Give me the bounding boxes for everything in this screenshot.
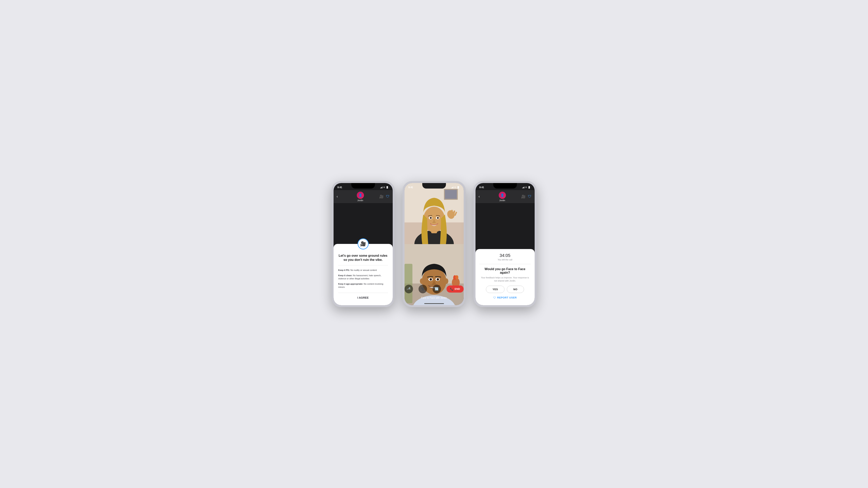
camera-button[interactable]: 🎥 [418,285,427,293]
video-icon-3[interactable]: 🎥 [521,194,526,199]
bar1 [380,188,381,188]
report-shield-icon: 🛡 [493,296,496,299]
end-call-icon: 📞 [450,287,454,291]
rule-2-bold: Keep it clean: [338,274,352,276]
svg-rect-3 [445,190,457,199]
cam-muted-icon: 🎥 [421,287,425,291]
wifi-icon-2: ⊜ [454,186,456,189]
phone-2-inner: 9:41 ⊜ ▐▌ [405,183,464,305]
home-indicator-2 [424,303,444,304]
video-icon-1[interactable]: 🎥 [379,194,384,199]
phone-3: 9:41 ⊜ ▐▌ ‹ 👤 [473,181,537,307]
phone-1-inner: 9:41 ⊜ ▐▌ ‹ 👤 [334,183,393,305]
rule-3: Keep it age-appropriate: No content invo… [338,282,388,289]
video-camera-icon: 🎥 [360,241,366,247]
call-label: Face to Face with Jordin [405,296,464,299]
back-button-3[interactable]: ‹ [479,194,484,199]
left-call-text: You left the call [479,258,531,261]
avatar-1: 👤 [357,192,364,199]
avatar-img-1: 👤 [357,192,364,199]
mic-muted-icon: 🎤 [407,287,411,291]
yes-button[interactable]: YES [486,286,504,293]
nav-bar-1: ‹ 👤 Jordin 🎥 🛡 [334,190,393,203]
end-call-button[interactable]: 📞 END [446,286,463,293]
wifi-icon-1: ⊜ [383,186,385,189]
status-time-2: 9:41 [408,186,413,189]
nav-center-3: 👤 Jordin [499,192,506,201]
status-time-1: 9:41 [338,186,342,189]
call-controls: 🎤 🎥 🔄 📞 END [405,285,464,293]
report-user-button[interactable]: REPORT USER [497,296,517,299]
notch-3 [493,183,517,189]
status-icons-1: ⊜ ▐▌ [380,186,389,189]
no-button[interactable]: NO [507,286,524,293]
bar4 [382,187,382,188]
svg-point-29 [430,278,432,281]
timer-display: 34:05 [479,253,531,258]
mute-button[interactable]: 🎤 [405,285,413,293]
feedback-desc: Your feedback helps us improve. Your res… [479,276,531,283]
bottom-sheet-1: 🎥 Let's go over some ground rules so you… [334,244,393,305]
nav-actions-3: 🎥 🛡 [521,194,531,199]
signal-bars-2 [451,186,454,188]
avatar-3: 👤 [499,192,506,199]
sheet-divider-1 [338,265,388,265]
bar3 [381,187,382,188]
back-button-1[interactable]: ‹ [337,194,341,199]
phone-1: 9:41 ⊜ ▐▌ ‹ 👤 [332,181,395,307]
wifi-icon-3: ⊜ [525,186,527,189]
feedback-buttons: YES NO [479,286,531,293]
svg-point-9 [430,217,432,219]
svg-point-21 [455,275,458,279]
video-bottom [405,244,464,305]
flip-camera-icon: 🔄 [435,287,439,291]
nav-actions-1: 🎥 🛡 [379,194,390,199]
woman-video-svg [405,183,464,244]
flip-button[interactable]: 🔄 [433,285,441,293]
rule-1-text: No nudity or sexual content [350,269,377,271]
agree-button-1[interactable]: I AGREE [338,293,388,299]
end-call-label: END [455,287,460,290]
svg-point-30 [437,278,439,281]
signal-bars-3 [522,186,524,188]
signal-bars-1 [380,186,382,188]
feedback-title: Would you go Face to Face again? [479,267,531,274]
post-call-sheet: 34:05 You left the call Would you go Fac… [475,249,535,305]
status-icons-2: ⊜ ▐▌ [451,186,460,189]
video-call-container: 9:41 ⊜ ▐▌ [405,183,464,305]
notch-1 [351,183,375,189]
rule-1-bold: Keep it PG: [338,269,350,271]
battery-icon-3: ▐▌ [528,186,530,188]
sheet-title-1: Let's go over some ground rules so you d… [338,254,388,262]
rule-3-bold: Keep it age-appropriate: [338,283,363,285]
status-bar-2: 9:41 ⊜ ▐▌ [405,183,464,190]
agree-label-1: I AGREE [358,296,369,299]
shield-icon-3[interactable]: 🛡 [528,194,531,199]
nav-name-1: Jordin [358,199,363,201]
phone-3-inner: 9:41 ⊜ ▐▌ ‹ 👤 [475,183,535,305]
avatar-img-3: 👤 [499,192,506,199]
status-time-3: 9:41 [479,186,484,189]
shield-icon-1[interactable]: 🛡 [386,194,390,199]
bar2 [381,187,381,188]
video-top [405,183,464,244]
phone-2: 9:41 ⊜ ▐▌ [403,181,466,307]
svg-point-25 [420,279,424,284]
rule-2: Keep it clean: No harassment, hate speec… [338,274,388,280]
svg-point-10 [437,217,439,219]
report-row: 🛡 REPORT USER [479,296,531,299]
battery-icon-2: ▐▌ [457,186,460,188]
man-video-svg [405,244,464,305]
phones-container: 9:41 ⊜ ▐▌ ‹ 👤 [332,181,537,307]
battery-icon-1: ▐▌ [386,186,389,188]
nav-bar-3: ‹ 👤 Jordin 🎥 🛡 [475,190,535,203]
nav-name-3: Jordin [499,199,505,201]
rule-1: Keep it PG: No nudity or sexual content [338,268,388,272]
svg-point-26 [444,279,448,284]
nav-center-1: 👤 Jordin [357,192,364,201]
video-circle-icon: 🎥 [358,238,369,250]
status-icons-3: ⊜ ▐▌ [522,186,530,189]
